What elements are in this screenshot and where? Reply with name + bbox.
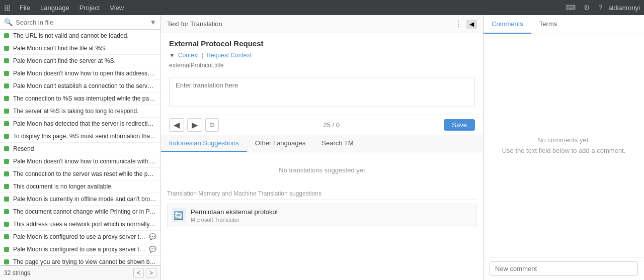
comments-content: No comments yet.Use the text field below… bbox=[484, 34, 644, 257]
list-item[interactable]: Pale Moon is configured to use a proxy s… bbox=[0, 231, 160, 243]
list-item[interactable]: Pale Moon is configured to use a proxy s… bbox=[0, 243, 160, 256]
save-button[interactable]: Save bbox=[444, 119, 475, 131]
source-section: External Protocol Request ▼ Context | Re… bbox=[161, 33, 483, 77]
app-grid-icon[interactable]: ⊞ bbox=[4, 3, 11, 13]
string-text: This address uses a network port which i… bbox=[13, 221, 156, 228]
tab-searchTM[interactable]: Search TM bbox=[313, 135, 361, 152]
center-panel: Text for Translation ⋮ ◀ External Protoc… bbox=[161, 15, 483, 280]
status-dot bbox=[4, 222, 9, 227]
status-dot bbox=[4, 121, 9, 126]
more-icon[interactable]: ⋮ bbox=[454, 19, 462, 29]
list-item[interactable]: This address uses a network port which i… bbox=[0, 218, 160, 231]
string-text: This document is no longer available. bbox=[13, 183, 156, 190]
translation-header: Text for Translation ⋮ ◀ bbox=[161, 15, 483, 33]
list-item[interactable]: The document cannot change while Printin… bbox=[0, 206, 160, 218]
next-arrow[interactable]: > bbox=[146, 268, 156, 278]
suggestions-panel: Indonesian SuggestionsOther LanguagesSea… bbox=[161, 135, 483, 280]
list-item[interactable]: The page you are trying to view cannot b… bbox=[0, 256, 160, 265]
string-text: Pale Moon doesn't know how to communicat… bbox=[13, 158, 156, 165]
status-dot bbox=[4, 209, 9, 214]
list-item[interactable]: Pale Moon can't find the file at %S. bbox=[0, 42, 160, 55]
list-item[interactable]: The URL is not valid and cannot be loade… bbox=[0, 30, 160, 42]
copy-button[interactable]: ⧉ bbox=[205, 118, 219, 132]
new-comment-input[interactable] bbox=[490, 261, 638, 276]
collapse-button[interactable]: ◀ bbox=[466, 20, 477, 29]
tab-other[interactable]: Other Languages bbox=[247, 135, 313, 152]
filter-icon[interactable]: ▼ bbox=[149, 18, 156, 26]
search-input[interactable] bbox=[16, 19, 146, 26]
string-text: The server at %S is taking too long to r… bbox=[13, 108, 156, 115]
context-bar: ▼ Context | Request Context bbox=[169, 52, 475, 59]
comment-icon: 💬 bbox=[149, 246, 156, 253]
no-suggestions-label: No translations suggested yet bbox=[167, 158, 477, 182]
status-dot bbox=[4, 234, 9, 239]
main-layout: 🔍 ▼ The URL is not valid and cannot be l… bbox=[0, 15, 644, 280]
status-count: 32 strings bbox=[4, 269, 30, 276]
context-separator: | bbox=[202, 52, 203, 59]
string-text: Pale Moon doesn't know how to open this … bbox=[13, 70, 156, 77]
menu-file[interactable]: File bbox=[15, 2, 35, 14]
string-text: Pale Moon has detected that the server i… bbox=[13, 120, 156, 127]
tm-item[interactable]: 🔄 Permintaan eksternal protokol Microsof… bbox=[167, 204, 477, 227]
next-string-button[interactable]: ▶ bbox=[187, 118, 202, 132]
menu-view[interactable]: View bbox=[105, 2, 129, 14]
list-item[interactable]: Pale Moon can't establish a connection t… bbox=[0, 80, 160, 92]
suggestions-content: No translations suggested yet Translatio… bbox=[161, 152, 483, 280]
keyboard-icon[interactable]: ⌨ bbox=[564, 2, 578, 14]
translation-title: Text for Translation bbox=[167, 20, 222, 28]
tm-source: Microsoft Translator bbox=[191, 217, 472, 223]
string-text: To display this page, %S must send infor… bbox=[13, 133, 156, 140]
list-item[interactable]: Pale Moon is currently in offline mode a… bbox=[0, 193, 160, 206]
list-item[interactable]: Resend bbox=[0, 143, 160, 155]
list-item[interactable]: Pale Moon doesn't know how to communicat… bbox=[0, 155, 160, 168]
right-tabs: CommentsTerms bbox=[484, 15, 644, 34]
string-text: Pale Moon can't find the file at %S. bbox=[13, 45, 156, 52]
string-text: Pale Moon is configured to use a proxy s… bbox=[13, 233, 147, 240]
right-panel: CommentsTerms No comments yet.Use the te… bbox=[483, 15, 644, 280]
list-item[interactable]: Pale Moon doesn't know how to open this … bbox=[0, 67, 160, 80]
list-item[interactable]: The connection to %S was interrupted whi… bbox=[0, 92, 160, 105]
tm-text: Permintaan eksternal protokol Microsoft … bbox=[191, 208, 472, 223]
string-text: Resend bbox=[13, 145, 156, 152]
status-dot bbox=[4, 259, 9, 264]
nav-arrows: < > bbox=[133, 268, 156, 278]
source-id: externalProtocol.title bbox=[169, 62, 475, 69]
status-dot bbox=[4, 184, 9, 189]
status-dot bbox=[4, 159, 9, 164]
string-text: The connection to the server was reset w… bbox=[13, 170, 156, 177]
right-tab-terms[interactable]: Terms bbox=[531, 15, 565, 34]
status-dot bbox=[4, 197, 9, 202]
help-icon[interactable]: ? bbox=[596, 2, 604, 14]
list-item[interactable]: The server at %S is taking too long to r… bbox=[0, 105, 160, 118]
request-context-link[interactable]: Request Context bbox=[206, 52, 251, 59]
tm-icon: 🔄 bbox=[172, 208, 186, 222]
settings-icon[interactable]: ⚙ bbox=[582, 2, 592, 14]
string-list: The URL is not valid and cannot be loade… bbox=[0, 30, 160, 265]
list-item[interactable]: The connection to the server was reset w… bbox=[0, 168, 160, 180]
prev-arrow[interactable]: < bbox=[133, 268, 144, 278]
string-text: The document cannot change while Printin… bbox=[13, 208, 156, 215]
source-title: External Protocol Request bbox=[169, 39, 475, 48]
list-item[interactable]: To display this page, %S must send infor… bbox=[0, 130, 160, 143]
header-icons: ⋮ ◀ bbox=[454, 19, 477, 29]
string-text: The page you are trying to view cannot b… bbox=[13, 258, 156, 265]
list-item[interactable]: Pale Moon can't find the server at %S. bbox=[0, 55, 160, 67]
tab-indonesian[interactable]: Indonesian Suggestions bbox=[161, 135, 247, 152]
context-link[interactable]: Context bbox=[178, 52, 199, 59]
status-dot bbox=[4, 247, 9, 252]
list-item[interactable]: This document is no longer available. bbox=[0, 180, 160, 193]
status-dot bbox=[4, 146, 9, 151]
list-item[interactable]: Pale Moon has detected that the server i… bbox=[0, 118, 160, 130]
char-count: 25 / 0 bbox=[323, 121, 340, 129]
right-tab-comments[interactable]: Comments bbox=[484, 15, 531, 34]
prev-string-button[interactable]: ◀ bbox=[169, 118, 184, 132]
translation-input[interactable] bbox=[169, 77, 475, 107]
left-panel: 🔍 ▼ The URL is not valid and cannot be l… bbox=[0, 15, 161, 280]
menu-project[interactable]: Project bbox=[74, 2, 105, 14]
menu-language[interactable]: Language bbox=[35, 2, 74, 14]
status-dot bbox=[4, 109, 9, 114]
status-dot bbox=[4, 71, 9, 76]
status-dot bbox=[4, 46, 9, 51]
new-comment-section bbox=[484, 257, 644, 280]
status-dot bbox=[4, 134, 9, 139]
